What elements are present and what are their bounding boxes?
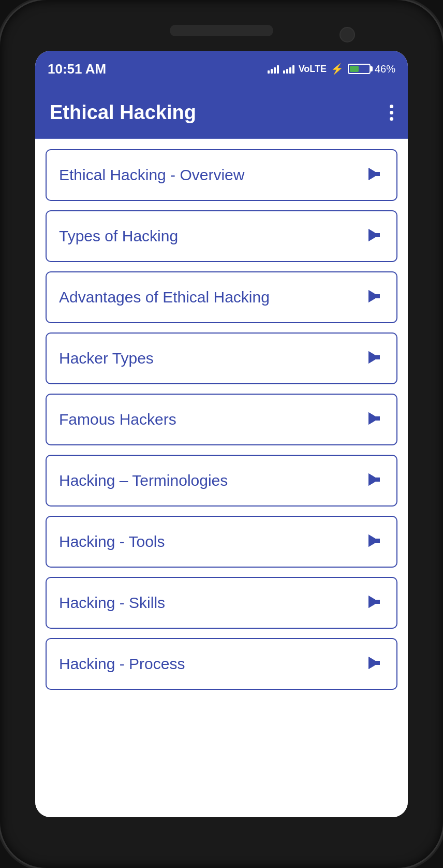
menu-item-label-hacker-types: Hacker Types: [59, 350, 154, 367]
menu-item-terminologies[interactable]: Hacking – Terminologies: [46, 455, 397, 507]
menu-item-label-terminologies: Hacking – Terminologies: [59, 472, 228, 489]
arrow-icon-tools: [365, 531, 384, 552]
app-title: Ethical Hacking: [50, 102, 196, 124]
menu-item-label-overview: Ethical Hacking - Overview: [59, 166, 244, 184]
arrow-icon-process: [365, 654, 384, 674]
menu-item-types[interactable]: Types of Hacking: [46, 210, 397, 262]
menu-item-advantages[interactable]: Advantages of Ethical Hacking: [46, 271, 397, 323]
signal-icon-1: [268, 64, 279, 74]
overflow-menu-button[interactable]: [390, 105, 393, 121]
menu-item-label-advantages: Advantages of Ethical Hacking: [59, 288, 270, 306]
battery-fill: [350, 66, 359, 72]
menu-item-label-famous-hackers: Famous Hackers: [59, 411, 176, 428]
signal-icon-2: [283, 64, 294, 74]
menu-item-hacker-types[interactable]: Hacker Types: [46, 332, 397, 384]
battery-icon: [348, 64, 371, 74]
svg-marker-11: [368, 351, 379, 364]
status-icons: VoLTE ⚡ 46%: [268, 63, 395, 75]
status-bar: 10:51 AM VoLTE ⚡: [35, 51, 408, 87]
svg-marker-8: [368, 290, 379, 302]
battery-percent: 46%: [375, 63, 395, 75]
app-bar: Ethical Hacking: [35, 87, 408, 139]
menu-item-tools[interactable]: Hacking - Tools: [46, 516, 397, 568]
svg-marker-5: [368, 229, 379, 241]
svg-marker-2: [368, 168, 379, 180]
menu-item-label-tools: Hacking - Tools: [59, 533, 165, 551]
arrow-icon-famous-hackers: [365, 409, 384, 430]
menu-item-label-types: Types of Hacking: [59, 227, 178, 245]
arrow-icon-overview: [365, 165, 384, 185]
svg-marker-20: [368, 534, 379, 547]
phone-frame: 10:51 AM VoLTE ⚡: [0, 0, 443, 868]
menu-item-famous-hackers[interactable]: Famous Hackers: [46, 394, 397, 445]
menu-item-process[interactable]: Hacking - Process: [46, 638, 397, 690]
volte-label: VoLTE: [299, 64, 327, 75]
svg-marker-26: [368, 657, 379, 669]
menu-item-overview[interactable]: Ethical Hacking - Overview: [46, 149, 397, 201]
menu-item-skills[interactable]: Hacking - Skills: [46, 577, 397, 629]
arrow-icon-advantages: [365, 287, 384, 308]
status-time: 10:51 AM: [48, 61, 106, 77]
arrow-icon-skills: [365, 592, 384, 613]
content-area: Ethical Hacking - Overview Types of Hack…: [35, 139, 408, 817]
arrow-icon-terminologies: [365, 470, 384, 491]
camera: [339, 27, 355, 42]
lightning-icon: ⚡: [331, 63, 344, 75]
menu-item-label-process: Hacking - Process: [59, 655, 185, 673]
arrow-icon-types: [365, 226, 384, 247]
menu-item-label-skills: Hacking - Skills: [59, 594, 165, 612]
battery-indicator: [348, 64, 371, 74]
svg-marker-14: [368, 412, 379, 425]
phone-screen: 10:51 AM VoLTE ⚡: [35, 51, 408, 817]
arrow-icon-hacker-types: [365, 348, 384, 369]
svg-marker-23: [368, 596, 379, 608]
svg-marker-17: [368, 473, 379, 486]
